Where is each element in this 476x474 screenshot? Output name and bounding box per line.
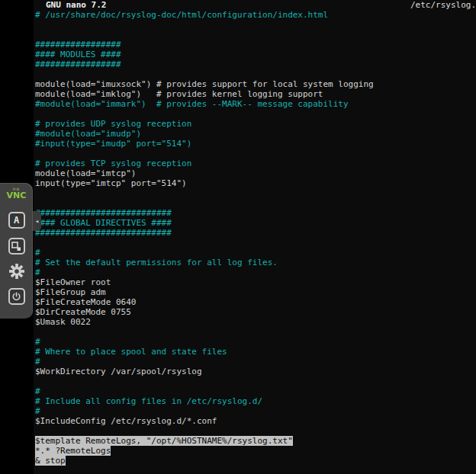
editor-line[interactable]: # xyxy=(35,357,476,367)
editor-line[interactable]: *.* ?RemoteLogs xyxy=(35,446,476,456)
editor-line[interactable] xyxy=(35,198,476,208)
terminal: GNU nano 7.2 /etc/rsyslog. # /usr/share/… xyxy=(34,0,476,474)
editor-line[interactable]: ########################### xyxy=(35,208,476,218)
editor-line[interactable]: # xyxy=(35,386,476,396)
nano-app-title: GNU nano 7.2 xyxy=(46,0,106,10)
editor-line[interactable]: # Where to place spool and state files xyxy=(35,347,476,357)
power-icon xyxy=(11,292,21,302)
nano-file-path: /etc/rsyslog. xyxy=(410,0,476,10)
clipboard-button[interactable]: A xyxy=(8,212,25,229)
fullscreen-icon xyxy=(11,242,21,251)
editor-line[interactable]: # Include all config files in /etc/rsysl… xyxy=(35,396,476,406)
editor-line[interactable]: # xyxy=(35,337,476,347)
editor-line[interactable]: # xyxy=(35,267,476,277)
editor-line[interactable] xyxy=(35,30,476,40)
novnc-logo: no VNC xyxy=(0,183,33,200)
editor-line[interactable]: $DirCreateMode 0755 xyxy=(35,307,476,317)
editor-line[interactable]: #module(load="imudp") xyxy=(35,129,476,139)
editor-line[interactable]: $Umask 0022 xyxy=(35,317,476,327)
editor-line[interactable]: ################# xyxy=(35,59,476,69)
editor-line[interactable] xyxy=(35,69,476,79)
novnc-control-bar: no VNC A xyxy=(0,183,33,319)
editor-line[interactable]: #### GLOBAL DIRECTIVES #### xyxy=(35,218,476,228)
editor-line[interactable]: & stop xyxy=(35,456,476,466)
gear-icon xyxy=(9,264,24,279)
editor-buffer[interactable]: # /usr/share/doc/rsyslog-doc/html/config… xyxy=(35,10,476,474)
editor-line[interactable] xyxy=(35,188,476,198)
editor-line[interactable] xyxy=(35,376,476,386)
editor-line[interactable] xyxy=(35,238,476,248)
editor-line[interactable]: # /usr/share/doc/rsyslog-doc/html/config… xyxy=(35,10,476,20)
editor-line[interactable]: module(load="imuxsock") # provides suppo… xyxy=(35,79,476,89)
novnc-logo-main: VNC xyxy=(0,191,33,200)
editor-line[interactable] xyxy=(35,149,476,159)
editor-line[interactable]: input(type="imtcp" port="514") xyxy=(35,178,476,188)
editor-line[interactable]: ########################### xyxy=(35,228,476,238)
editor-line[interactable]: # xyxy=(35,406,476,416)
collapse-arrow-icon: ◂ xyxy=(35,217,39,225)
editor-line[interactable]: #input(type="imudp" port="514") xyxy=(35,139,476,149)
editor-line[interactable]: $template RemoteLogs, "/opt/%HOSTNAME%/r… xyxy=(35,436,476,446)
editor-line[interactable]: # provides TCP syslog reception xyxy=(35,159,476,168)
editor-line[interactable]: module(load="imklog") # provides kernel … xyxy=(35,89,476,99)
clipboard-icon: A xyxy=(14,215,19,226)
editor-line[interactable]: $IncludeConfig /etc/rsyslog.d/*.conf xyxy=(35,416,476,426)
editor-line[interactable]: module(load="imtcp") xyxy=(35,168,476,178)
editor-line[interactable]: ################# xyxy=(35,40,476,50)
editor-line[interactable]: #module(load="immark") # provides --MARK… xyxy=(35,99,476,109)
power-button[interactable] xyxy=(8,288,25,305)
editor-line[interactable] xyxy=(35,426,476,436)
editor-line[interactable]: $FileOwner root xyxy=(35,277,476,287)
nano-titlebar: GNU nano 7.2 /etc/rsyslog. xyxy=(34,0,476,10)
editor-line[interactable] xyxy=(35,327,476,337)
editor-line[interactable]: #### MODULES #### xyxy=(35,50,476,59)
settings-button[interactable] xyxy=(8,263,25,280)
editor-line[interactable] xyxy=(35,109,476,119)
editor-line[interactable]: # xyxy=(35,248,476,258)
editor-line[interactable]: # Set the default permissions for all lo… xyxy=(35,258,476,267)
editor-line[interactable]: # provides UDP syslog reception xyxy=(35,119,476,129)
control-bar-handle[interactable]: ◂ xyxy=(33,211,41,231)
editor-line[interactable] xyxy=(35,20,476,30)
fullscreen-button[interactable] xyxy=(8,238,25,255)
editor-line[interactable]: $WorkDirectory /var/spool/rsyslog xyxy=(35,367,476,376)
editor-line[interactable]: $FileGroup adm xyxy=(35,287,476,297)
editor-line[interactable]: $FileCreateMode 0640 xyxy=(35,297,476,307)
